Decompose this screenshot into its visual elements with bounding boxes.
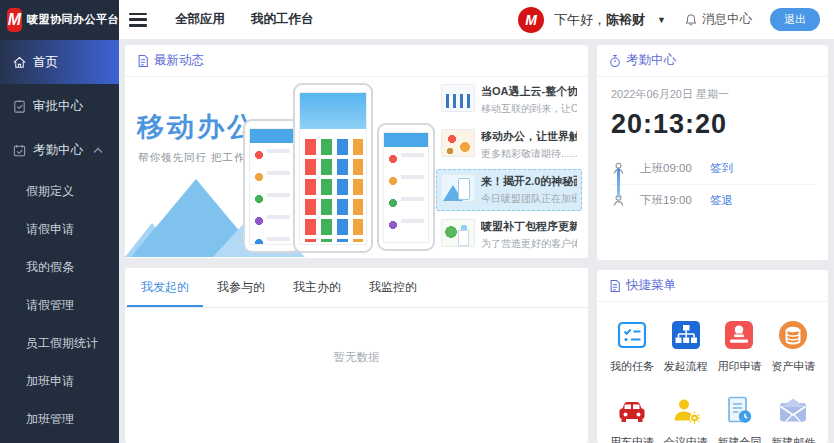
- news-item-selected[interactable]: 来！揭开2.0的神秘面纱- 今日唛盟团队正在加班加点，: [436, 169, 582, 211]
- message-center-label: 消息中心: [702, 11, 752, 28]
- quick-vehicle-request[interactable]: 用车申请: [605, 394, 659, 443]
- sidebar: 首页 审批中心 考勤中心 假期定义 请假申请 我的假条 请假管理 员工假期统计 …: [0, 40, 119, 443]
- attendance-header: 考勤中心: [597, 45, 828, 77]
- attendance-date: 2022年06月20日 星期一: [611, 87, 814, 102]
- quick-asset-request[interactable]: 资产申请: [766, 318, 820, 374]
- check-in-row: 上班09:00 签到: [611, 152, 814, 184]
- attendance-clock: 20:13:20: [611, 109, 814, 140]
- attendance-title: 考勤中心: [626, 52, 676, 69]
- news-summary: 更多精彩敬请期待........: [481, 147, 577, 161]
- news-summary: 为了营造更好的客户体验，唛: [481, 237, 577, 251]
- tab-initiated-by-me[interactable]: 我发起的: [127, 268, 203, 307]
- check-out-link[interactable]: 签退: [710, 193, 733, 208]
- greeting-prefix: 下午好，: [554, 12, 606, 27]
- news-summary: 移动互联的到来，让OA与云: [481, 102, 577, 116]
- sidebar-item-holiday-definition[interactable]: 假期定义: [0, 172, 119, 210]
- check-in-link[interactable]: 签到: [710, 161, 733, 176]
- phone-mockup-right: [377, 123, 435, 251]
- tab-hosted-by-me[interactable]: 我主办的: [279, 268, 355, 307]
- user-name: 陈裕财: [606, 12, 645, 27]
- attendance-panel: 考勤中心 2022年06月20日 星期一 20:13:20 上班09:00 签到…: [597, 45, 828, 260]
- attendance-body: 2022年06月20日 星期一 20:13:20 上班09:00 签到 下班19…: [597, 77, 828, 216]
- quick-my-tasks[interactable]: 我的任务: [605, 318, 659, 374]
- sidebar-item-employee-holiday-stats[interactable]: 员工假期统计: [0, 324, 119, 362]
- tasks-tabbar: 我发起的 我参与的 我主办的 我监控的: [125, 268, 588, 308]
- logout-button[interactable]: 退出: [770, 8, 820, 31]
- news-item[interactable]: 当OA遇上云-整个协同OA 移动互联的到来，让OA与云: [436, 79, 582, 121]
- hamburger-menu-icon[interactable]: [129, 13, 147, 27]
- quick-label: 会议申请: [664, 435, 708, 443]
- news-item[interactable]: 唛盟补丁包程序更新 为了营造更好的客户体验，唛: [436, 214, 582, 256]
- sidebar-item-my-leave-notes[interactable]: 我的假条: [0, 248, 119, 286]
- check-in-time: 上班09:00: [640, 161, 710, 176]
- news-title: 来！揭开2.0的神秘面纱-: [481, 174, 577, 189]
- news-title: 当OA遇上云-整个协同OA: [481, 84, 577, 99]
- quick-new-contract[interactable]: 新建合同: [713, 394, 767, 443]
- sidebar-item-label: 考勤中心: [33, 142, 83, 159]
- sidebar-item-leave-management[interactable]: 请假管理: [0, 286, 119, 324]
- document-icon: [609, 279, 621, 293]
- quick-label: 用印申请: [717, 359, 761, 374]
- latest-news-header: 最新动态: [125, 45, 588, 77]
- message-center[interactable]: 消息中心: [684, 11, 752, 28]
- quick-seal-request[interactable]: 用印申请: [713, 318, 767, 374]
- quick-menu-title: 快捷菜单: [626, 277, 676, 294]
- timeline-connector: [617, 168, 620, 198]
- news-thumbnail: [441, 174, 475, 202]
- avatar[interactable]: M: [518, 7, 544, 33]
- quick-start-flow[interactable]: 发起流程: [659, 318, 713, 374]
- meeting-icon: [669, 394, 703, 428]
- home-icon: [12, 55, 27, 70]
- tab-participated-by-me[interactable]: 我参与的: [203, 268, 279, 307]
- app-title: 唛盟协同办公平台: [27, 12, 119, 27]
- greeting-text[interactable]: 下午好，陈裕财: [554, 11, 645, 29]
- asset-icon: [776, 318, 810, 352]
- check-out-row: 下班19:00 签退: [611, 184, 814, 216]
- flow-icon: [669, 318, 703, 352]
- chevron-down-icon[interactable]: ▼: [657, 15, 666, 25]
- news-thumbnail: [441, 219, 475, 247]
- tab-monitored-by-me[interactable]: 我监控的: [355, 268, 431, 307]
- phone-app-grid: [300, 93, 366, 244]
- sidebar-item-home[interactable]: 首页: [0, 40, 119, 84]
- logo-block: M 唛盟协同办公平台: [0, 0, 119, 40]
- news-list: 当OA遇上云-整个协同OA 移动互联的到来，让OA与云 移动办公，让世界触手可 …: [436, 77, 588, 257]
- mobile-office-banner[interactable]: 移动办公 帮你领先同行 把工作带出办公室: [125, 77, 436, 257]
- nav-my-workbench[interactable]: 我的工作台: [251, 11, 314, 28]
- banner-headline: 移动办公: [137, 109, 257, 145]
- sidebar-item-approval-center[interactable]: 审批中心: [0, 84, 119, 128]
- quick-menu-panel: 快捷菜单 我的任务 发起流程 用印申请 资产申请 用车申请: [597, 270, 828, 443]
- latest-news-panel: 最新动态 移动办公 帮你领先同行 把工作带出办公室 当OA遇上云-整个协同OA …: [125, 45, 588, 258]
- my-tasks-panel: 我发起的 我参与的 我主办的 我监控的 暂无数据: [125, 268, 588, 443]
- stamp-icon: [722, 318, 756, 352]
- news-body: 移动办公 帮你领先同行 把工作带出办公室 当OA遇上云-整个协同OA 移动互联的…: [125, 77, 588, 257]
- sidebar-item-leave-request[interactable]: 请假申请: [0, 210, 119, 248]
- header-right: M 下午好，陈裕财 ▼ 消息中心 退出: [518, 7, 834, 33]
- approval-icon: [12, 99, 27, 114]
- latest-news-title: 最新动态: [154, 52, 204, 69]
- news-title: 移动办公，让世界触手可: [481, 129, 577, 144]
- car-icon: [615, 394, 649, 428]
- main-content: 最新动态 移动办公 帮你领先同行 把工作带出办公室 当OA遇上云-整个协同OA …: [119, 40, 834, 443]
- quick-new-mail[interactable]: 新建邮件: [766, 394, 820, 443]
- sidebar-item-overtime-management[interactable]: 加班管理: [0, 400, 119, 438]
- nav-all-apps[interactable]: 全部应用: [175, 11, 225, 28]
- phone-mockup-center: [293, 83, 373, 253]
- sidebar-item-overtime-request[interactable]: 加班申请: [0, 362, 119, 400]
- contract-icon: [722, 394, 756, 428]
- sidebar-item-attendance-center[interactable]: 考勤中心: [0, 128, 119, 172]
- news-thumbnail: [441, 129, 475, 157]
- app-logo: M: [7, 8, 22, 32]
- top-header: M 唛盟协同办公平台 全部应用 我的工作台 M 下午好，陈裕财 ▼ 消息中心 退…: [0, 0, 834, 40]
- sidebar-item-label: 审批中心: [33, 98, 83, 115]
- news-item[interactable]: 移动办公，让世界触手可 更多精彩敬请期待........: [436, 124, 582, 166]
- quick-label: 新建邮件: [771, 435, 815, 443]
- check-out-time: 下班19:00: [640, 193, 710, 208]
- top-nav: 全部应用 我的工作台: [175, 11, 314, 28]
- quick-menu-grid: 我的任务 发起流程 用印申请 资产申请 用车申请 会议申请: [597, 302, 828, 443]
- quick-meeting-request[interactable]: 会议申请: [659, 394, 713, 443]
- document-icon: [137, 54, 149, 68]
- news-title: 唛盟补丁包程序更新: [481, 219, 577, 234]
- sidebar-item-label: 首页: [33, 54, 58, 71]
- quick-label: 发起流程: [664, 359, 708, 374]
